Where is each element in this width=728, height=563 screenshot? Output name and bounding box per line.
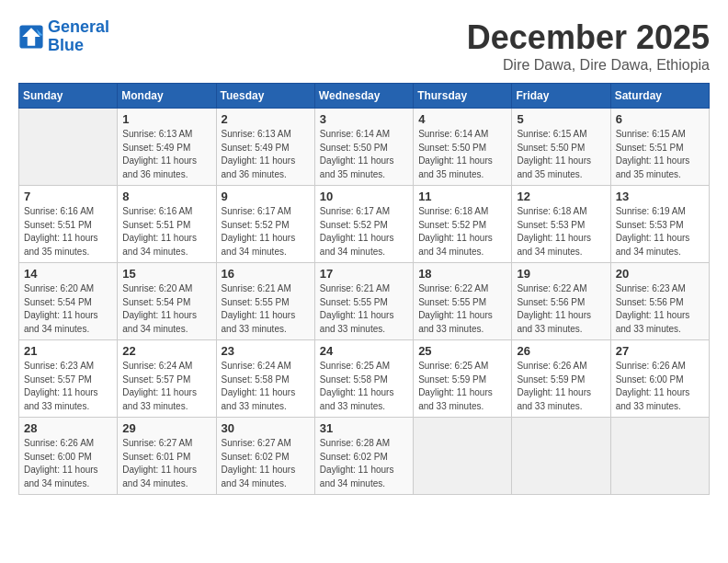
day-cell: 5Sunrise: 6:15 AM Sunset: 5:50 PM Daylig… xyxy=(512,109,610,186)
day-number: 28 xyxy=(24,421,112,435)
day-number: 11 xyxy=(418,190,506,203)
day-cell: 1Sunrise: 6:13 AM Sunset: 5:49 PM Daylig… xyxy=(118,109,216,186)
day-info: Sunrise: 6:28 AM Sunset: 6:02 PM Dayligh… xyxy=(320,437,408,490)
day-cell: 8Sunrise: 6:16 AM Sunset: 5:51 PM Daylig… xyxy=(118,186,216,263)
day-cell: 23Sunrise: 6:24 AM Sunset: 5:58 PM Dayli… xyxy=(216,340,314,418)
day-number: 14 xyxy=(24,267,112,281)
week-row-3: 14Sunrise: 6:20 AM Sunset: 5:54 PM Dayli… xyxy=(19,263,710,340)
day-cell: 10Sunrise: 6:17 AM Sunset: 5:52 PM Dayli… xyxy=(314,186,413,263)
day-number: 9 xyxy=(222,190,310,203)
day-info: Sunrise: 6:25 AM Sunset: 5:58 PM Dayligh… xyxy=(320,360,408,413)
header-cell-monday: Monday xyxy=(118,84,216,109)
day-cell: 9Sunrise: 6:17 AM Sunset: 5:52 PM Daylig… xyxy=(216,186,314,263)
day-info: Sunrise: 6:22 AM Sunset: 5:55 PM Dayligh… xyxy=(418,282,506,336)
day-info: Sunrise: 6:14 AM Sunset: 5:50 PM Dayligh… xyxy=(320,128,408,181)
day-cell: 31Sunrise: 6:28 AM Sunset: 6:02 PM Dayli… xyxy=(314,418,413,495)
day-number: 15 xyxy=(122,267,210,281)
day-number: 3 xyxy=(320,112,408,126)
day-info: Sunrise: 6:17 AM Sunset: 5:52 PM Dayligh… xyxy=(222,205,310,259)
subtitle: Dire Dawa, Dire Dawa, Ethiopia xyxy=(467,57,710,74)
day-info: Sunrise: 6:17 AM Sunset: 5:52 PM Dayligh… xyxy=(320,205,408,259)
day-info: Sunrise: 6:20 AM Sunset: 5:54 PM Dayligh… xyxy=(122,282,210,336)
day-info: Sunrise: 6:15 AM Sunset: 5:51 PM Dayligh… xyxy=(616,128,704,181)
week-row-2: 7Sunrise: 6:16 AM Sunset: 5:51 PM Daylig… xyxy=(19,186,710,263)
logo: General Blue xyxy=(18,18,109,55)
day-cell: 25Sunrise: 6:25 AM Sunset: 5:59 PM Dayli… xyxy=(414,340,512,418)
day-number: 18 xyxy=(418,267,506,281)
day-cell: 27Sunrise: 6:26 AM Sunset: 6:00 PM Dayli… xyxy=(610,340,709,418)
header-cell-sunday: Sunday xyxy=(19,84,118,109)
day-number: 26 xyxy=(517,344,605,358)
day-cell xyxy=(512,418,610,495)
day-cell: 24Sunrise: 6:25 AM Sunset: 5:58 PM Dayli… xyxy=(314,340,413,418)
day-number: 10 xyxy=(320,190,408,203)
header-cell-friday: Friday xyxy=(512,84,610,109)
day-cell: 6Sunrise: 6:15 AM Sunset: 5:51 PM Daylig… xyxy=(610,109,709,186)
day-info: Sunrise: 6:16 AM Sunset: 5:51 PM Dayligh… xyxy=(122,205,210,259)
day-cell xyxy=(610,418,709,495)
day-cell: 7Sunrise: 6:16 AM Sunset: 5:51 PM Daylig… xyxy=(19,186,118,263)
day-info: Sunrise: 6:19 AM Sunset: 5:53 PM Dayligh… xyxy=(616,205,704,259)
day-info: Sunrise: 6:20 AM Sunset: 5:54 PM Dayligh… xyxy=(24,282,112,336)
day-cell: 22Sunrise: 6:24 AM Sunset: 5:57 PM Dayli… xyxy=(118,340,216,418)
day-number: 6 xyxy=(616,112,704,126)
day-info: Sunrise: 6:22 AM Sunset: 5:56 PM Dayligh… xyxy=(517,282,605,336)
day-number: 31 xyxy=(320,421,408,435)
day-info: Sunrise: 6:26 AM Sunset: 6:00 PM Dayligh… xyxy=(24,437,112,490)
day-cell: 26Sunrise: 6:26 AM Sunset: 5:59 PM Dayli… xyxy=(512,340,610,418)
day-number: 23 xyxy=(222,344,310,358)
day-cell: 14Sunrise: 6:20 AM Sunset: 5:54 PM Dayli… xyxy=(19,263,118,340)
day-info: Sunrise: 6:24 AM Sunset: 5:58 PM Dayligh… xyxy=(222,360,310,413)
day-info: Sunrise: 6:16 AM Sunset: 5:51 PM Dayligh… xyxy=(24,205,112,259)
day-info: Sunrise: 6:15 AM Sunset: 5:50 PM Dayligh… xyxy=(517,128,605,181)
header-cell-thursday: Thursday xyxy=(414,84,512,109)
logo-icon xyxy=(18,24,44,50)
day-number: 27 xyxy=(616,344,704,358)
day-number: 16 xyxy=(222,267,310,281)
calendar-table: SundayMondayTuesdayWednesdayThursdayFrid… xyxy=(18,83,710,495)
header-row: SundayMondayTuesdayWednesdayThursdayFrid… xyxy=(19,84,710,109)
day-number: 20 xyxy=(616,267,704,281)
day-cell: 21Sunrise: 6:23 AM Sunset: 5:57 PM Dayli… xyxy=(19,340,118,418)
day-cell xyxy=(19,109,118,186)
week-row-1: 1Sunrise: 6:13 AM Sunset: 5:49 PM Daylig… xyxy=(19,109,710,186)
day-cell: 13Sunrise: 6:19 AM Sunset: 5:53 PM Dayli… xyxy=(610,186,709,263)
day-number: 1 xyxy=(122,112,210,126)
day-info: Sunrise: 6:13 AM Sunset: 5:49 PM Dayligh… xyxy=(222,128,310,181)
day-number: 19 xyxy=(517,267,605,281)
day-cell: 16Sunrise: 6:21 AM Sunset: 5:55 PM Dayli… xyxy=(216,263,314,340)
day-number: 12 xyxy=(517,190,605,203)
day-cell: 19Sunrise: 6:22 AM Sunset: 5:56 PM Dayli… xyxy=(512,263,610,340)
day-info: Sunrise: 6:26 AM Sunset: 6:00 PM Dayligh… xyxy=(616,360,704,413)
day-cell: 2Sunrise: 6:13 AM Sunset: 5:49 PM Daylig… xyxy=(216,109,314,186)
day-info: Sunrise: 6:21 AM Sunset: 5:55 PM Dayligh… xyxy=(320,282,408,336)
day-info: Sunrise: 6:27 AM Sunset: 6:01 PM Dayligh… xyxy=(122,437,210,490)
day-info: Sunrise: 6:23 AM Sunset: 5:56 PM Dayligh… xyxy=(616,282,704,336)
day-number: 24 xyxy=(320,344,408,358)
logo-text: General Blue xyxy=(48,18,109,55)
page-header: General Blue December 2025 Dire Dawa, Di… xyxy=(18,18,710,74)
day-number: 13 xyxy=(616,190,704,203)
day-number: 4 xyxy=(418,112,506,126)
day-number: 29 xyxy=(122,421,210,435)
day-cell: 28Sunrise: 6:26 AM Sunset: 6:00 PM Dayli… xyxy=(19,418,118,495)
day-number: 7 xyxy=(24,190,112,203)
day-number: 22 xyxy=(122,344,210,358)
day-info: Sunrise: 6:23 AM Sunset: 5:57 PM Dayligh… xyxy=(24,360,112,413)
day-cell: 3Sunrise: 6:14 AM Sunset: 5:50 PM Daylig… xyxy=(314,109,413,186)
day-cell: 20Sunrise: 6:23 AM Sunset: 5:56 PM Dayli… xyxy=(610,263,709,340)
day-info: Sunrise: 6:24 AM Sunset: 5:57 PM Dayligh… xyxy=(122,360,210,413)
day-info: Sunrise: 6:13 AM Sunset: 5:49 PM Dayligh… xyxy=(122,128,210,181)
day-info: Sunrise: 6:21 AM Sunset: 5:55 PM Dayligh… xyxy=(222,282,310,336)
header-cell-wednesday: Wednesday xyxy=(314,84,413,109)
day-cell: 15Sunrise: 6:20 AM Sunset: 5:54 PM Dayli… xyxy=(118,263,216,340)
day-number: 2 xyxy=(222,112,310,126)
day-number: 5 xyxy=(517,112,605,126)
day-cell: 11Sunrise: 6:18 AM Sunset: 5:52 PM Dayli… xyxy=(414,186,512,263)
day-number: 21 xyxy=(24,344,112,358)
day-cell: 4Sunrise: 6:14 AM Sunset: 5:50 PM Daylig… xyxy=(414,109,512,186)
week-row-5: 28Sunrise: 6:26 AM Sunset: 6:00 PM Dayli… xyxy=(19,418,710,495)
day-info: Sunrise: 6:18 AM Sunset: 5:52 PM Dayligh… xyxy=(418,205,506,259)
day-info: Sunrise: 6:18 AM Sunset: 5:53 PM Dayligh… xyxy=(517,205,605,259)
day-info: Sunrise: 6:27 AM Sunset: 6:02 PM Dayligh… xyxy=(222,437,310,490)
